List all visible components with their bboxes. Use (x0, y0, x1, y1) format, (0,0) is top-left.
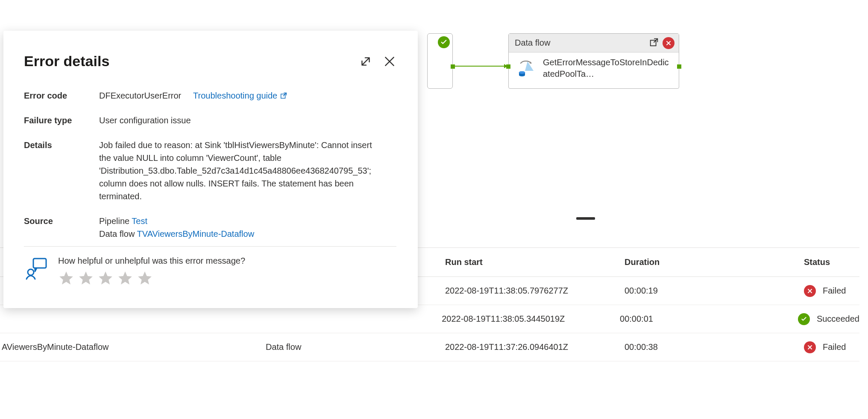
error-code-label: Error code (24, 89, 99, 102)
details-value: Job failed due to reason: at Sink 'tblHi… (99, 139, 381, 203)
star-3[interactable] (97, 270, 114, 288)
cell-activity-type: Data flow (266, 342, 445, 352)
cell-status: Failed (823, 286, 846, 296)
error-details-panel: Error details Error code DFExecutorUserE… (3, 31, 418, 308)
output-port[interactable] (677, 64, 681, 69)
details-label: Details (24, 139, 99, 203)
open-in-new-icon[interactable] (649, 37, 659, 49)
cell-run-start: 2022-08-19T11:38:05.3445019Z (442, 314, 620, 324)
dataflow-icon (515, 57, 536, 80)
cell-run-start: 2022-08-19T11:38:05.7976277Z (445, 286, 625, 296)
star-4[interactable] (117, 270, 133, 288)
source-pipeline-link[interactable]: Test (132, 216, 147, 226)
cell-activity-name: AViewersByMinute-Dataflow (0, 342, 266, 352)
panel-resize-handle[interactable] (576, 217, 595, 220)
cell-duration: 00:00:38 (625, 342, 804, 352)
close-icon[interactable] (383, 55, 396, 68)
cell-duration: 00:00:01 (620, 314, 798, 324)
col-header-status[interactable]: Status (804, 257, 859, 267)
input-port[interactable] (506, 64, 510, 69)
success-icon (438, 36, 450, 48)
star-5[interactable] (137, 270, 153, 288)
source-label: Source (24, 215, 99, 240)
output-port[interactable] (451, 64, 455, 69)
error-code-value: DFExecutorUserError (99, 91, 181, 100)
source-dataflow-link[interactable]: TVAViewersByMinute-Dataflow (137, 229, 255, 239)
node-header-label: Data flow (515, 38, 645, 48)
failure-type-label: Failure type (24, 114, 99, 127)
source-dataflow-prefix: Data flow (99, 229, 137, 239)
status-failed-icon (804, 285, 816, 297)
failure-type-value: User configuration issue (99, 114, 191, 127)
feedback-person-icon (24, 256, 48, 281)
cell-run-start: 2022-08-19T11:37:26.0946401Z (445, 342, 625, 352)
star-2[interactable] (78, 270, 94, 288)
panel-title: Error details (24, 53, 359, 70)
external-link-icon (280, 89, 287, 102)
status-succeeded-icon (798, 313, 810, 325)
upstream-activity-node[interactable] (427, 33, 453, 89)
cell-status: Succeeded (817, 314, 859, 324)
troubleshooting-guide-link[interactable]: Troubleshooting guide (193, 89, 287, 102)
table-row[interactable]: AViewersByMinute-Dataflow Data flow 2022… (0, 333, 859, 361)
cell-status: Failed (823, 342, 846, 352)
activity-name: GetErrorMessageToStoreInDedicatedPoolTa… (543, 57, 673, 80)
expand-icon[interactable] (359, 55, 372, 68)
status-failed-icon (804, 341, 816, 353)
error-icon[interactable] (663, 37, 674, 49)
source-pipeline-prefix: Pipeline (99, 216, 132, 226)
feedback-stars (58, 270, 245, 288)
cell-duration: 00:00:19 (625, 286, 804, 296)
table-row[interactable]: 2022-08-19T11:38:05.3445019Z 00:00:01 Su… (0, 305, 859, 333)
col-header-duration[interactable]: Duration (625, 257, 804, 267)
feedback-question: How helpful or unhelpful was this error … (58, 256, 245, 266)
connector-success (452, 66, 507, 67)
feedback-section: How helpful or unhelpful was this error … (24, 256, 396, 288)
col-header-run-start[interactable]: Run start (445, 257, 625, 267)
dataflow-activity-node[interactable]: Data flow GetErrorMessageToStoreInDedica… (508, 33, 679, 89)
star-1[interactable] (58, 270, 74, 288)
